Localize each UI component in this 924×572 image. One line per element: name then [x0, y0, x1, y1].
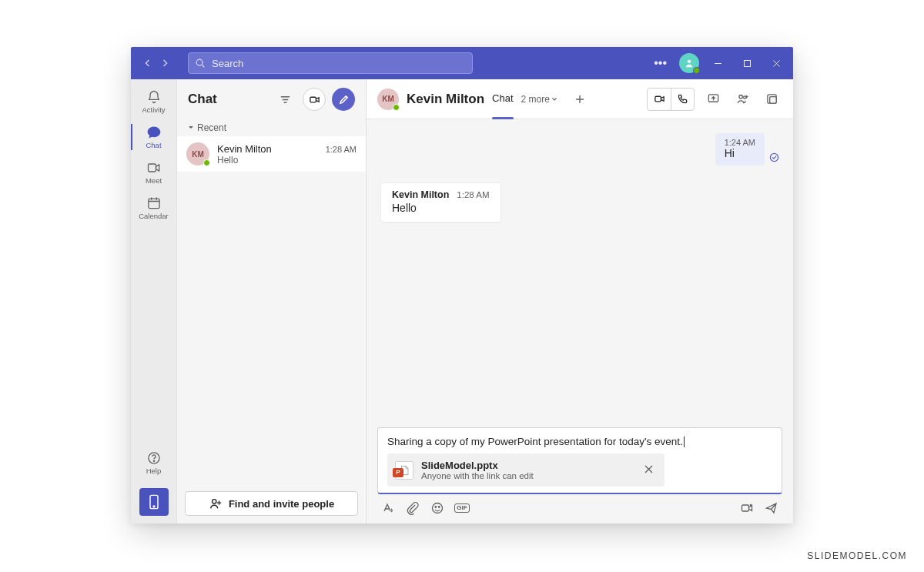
conversation-header: KM Kevin Milton Chat 2 more: [367, 79, 793, 119]
chat-list-title: Chat: [188, 92, 267, 107]
svg-point-13: [738, 95, 742, 98]
filter-button[interactable]: [273, 88, 296, 111]
rail-calendar[interactable]: Calendar: [131, 190, 177, 226]
attach-button[interactable]: [405, 500, 420, 516]
presence-indicator: [693, 67, 700, 74]
nav-forward-button[interactable]: [157, 55, 172, 71]
svg-point-22: [750, 504, 752, 506]
find-invite-button[interactable]: Find and invite people: [185, 491, 358, 516]
attachment-filename: SlideModel.pptx: [421, 460, 633, 471]
chat-list-panel: Chat Recent KM: [177, 79, 367, 523]
svg-rect-11: [654, 96, 661, 102]
powerpoint-file-icon: P: [395, 461, 413, 480]
stream-button[interactable]: [739, 500, 755, 516]
audio-call-button[interactable]: [671, 89, 694, 110]
window-maximize-button[interactable]: [736, 52, 758, 74]
svg-rect-21: [742, 505, 749, 511]
message-list[interactable]: 1:24 AM Hi Kevin Milton 1:28 AM Hello: [367, 119, 793, 427]
svg-point-17: [770, 153, 778, 161]
tabs-more-dropdown[interactable]: 2 more: [521, 94, 557, 105]
message-text: Hi: [725, 147, 755, 159]
svg-rect-9: [310, 97, 316, 102]
svg-point-8: [153, 506, 155, 507]
svg-point-0: [196, 59, 203, 65]
remove-attachment-button[interactable]: [641, 460, 657, 480]
message-time: 1:24 AM: [725, 138, 755, 147]
rail-help[interactable]: Help: [131, 445, 177, 480]
tab-chat[interactable]: Chat: [492, 92, 513, 105]
window-minimize-button[interactable]: [707, 52, 728, 74]
call-button-group: [647, 88, 695, 111]
message-text: Hello: [392, 202, 490, 214]
format-button[interactable]: [380, 500, 396, 516]
svg-point-18: [433, 503, 443, 513]
add-people-button[interactable]: [732, 89, 753, 110]
svg-point-1: [688, 60, 691, 63]
svg-point-10: [212, 500, 216, 503]
conversation-panel: KM Kevin Milton Chat 2 more: [367, 79, 793, 523]
svg-rect-4: [148, 199, 159, 209]
presence-indicator: [203, 159, 210, 166]
titlebar: Search •••: [131, 47, 793, 79]
message-composer[interactable]: Sharing a copy of my PowerPoint presenta…: [377, 427, 782, 494]
chat-item-name: Kevin Milton: [217, 143, 272, 155]
svg-rect-3: [148, 164, 156, 172]
avatar: KM: [186, 142, 209, 166]
message-time: 1:28 AM: [457, 190, 489, 199]
message-outgoing[interactable]: 1:24 AM Hi: [715, 133, 765, 166]
recent-section-toggle[interactable]: Recent: [177, 119, 366, 136]
message-incoming[interactable]: Kevin Milton 1:28 AM Hello: [380, 182, 501, 222]
svg-rect-16: [769, 97, 776, 104]
emoji-button[interactable]: [430, 500, 445, 516]
window-close-button[interactable]: [765, 52, 787, 74]
rail-chat[interactable]: Chat: [131, 119, 177, 155]
popout-button[interactable]: [761, 89, 782, 110]
chat-item-preview: Hello: [217, 155, 357, 166]
chat-item-time: 1:28 AM: [326, 145, 357, 154]
settings-more-button[interactable]: •••: [649, 53, 671, 73]
avatar: KM: [377, 89, 399, 110]
add-tab-button[interactable]: [570, 89, 590, 109]
svg-point-19: [435, 507, 437, 508]
share-screen-button[interactable]: [702, 89, 724, 110]
conversation-title: Kevin Milton: [407, 92, 484, 107]
nav-back-button[interactable]: [140, 55, 156, 71]
message-sender: Kevin Milton: [392, 189, 449, 200]
presence-indicator: [393, 104, 400, 111]
search-placeholder: Search: [212, 58, 243, 69]
search-input[interactable]: Search: [188, 52, 473, 74]
svg-rect-2: [744, 60, 750, 66]
attachment-card[interactable]: P SlideModel.pptx Anyone with the link c…: [387, 453, 665, 487]
rail-mobile-button[interactable]: [139, 488, 169, 516]
composer-input[interactable]: Sharing a copy of my PowerPoint presenta…: [387, 436, 772, 447]
chat-list-item[interactable]: KM Kevin Milton 1:28 AM Hello: [177, 136, 366, 172]
read-receipt-icon: [769, 152, 779, 166]
video-call-button[interactable]: [648, 89, 671, 110]
rail-meet[interactable]: Meet: [131, 155, 177, 190]
meet-now-button[interactable]: [303, 88, 326, 111]
app-rail: Activity Chat Meet Calendar Help: [131, 79, 177, 523]
svg-point-6: [153, 460, 154, 461]
composer-toolbar: GIF: [377, 494, 782, 516]
attachment-permission: Anyone with the link can edit: [421, 471, 633, 480]
app-window: Search ••• Activity Chat: [131, 47, 793, 523]
new-chat-button[interactable]: [332, 88, 355, 111]
send-button[interactable]: [764, 500, 779, 516]
rail-activity[interactable]: Activity: [131, 84, 177, 119]
watermark: SLIDEMODEL.COM: [807, 550, 907, 561]
gif-button[interactable]: GIF: [454, 500, 470, 516]
profile-avatar[interactable]: [679, 53, 699, 73]
svg-point-20: [438, 507, 440, 508]
